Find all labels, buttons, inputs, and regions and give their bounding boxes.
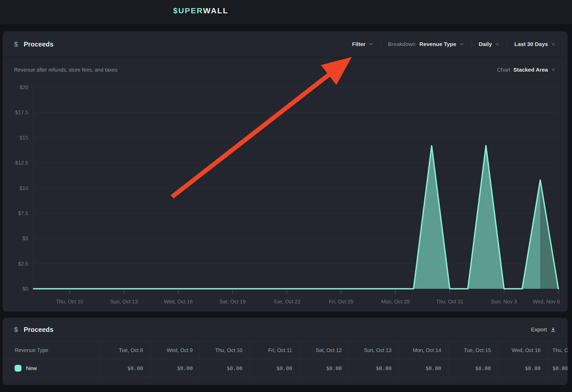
dollar-icon: $: [14, 40, 18, 48]
chart-controls: Filter Breakdown Revenue Type Daily Last…: [352, 40, 556, 49]
column-header-date: Sat, Oct 12: [299, 342, 349, 359]
divider: [507, 40, 507, 49]
export-button[interactable]: Export: [531, 326, 556, 333]
value-cell: $0.00: [249, 359, 299, 377]
svg-text:Fri, Oct 25: Fri, Oct 25: [329, 299, 353, 304]
interval-select[interactable]: Daily: [479, 41, 500, 47]
column-header-revenue-type: Revenue Type: [3, 342, 100, 359]
breakdown-label: Breakdown: [388, 41, 415, 47]
svg-text:Thu, Oct 10: Thu, Oct 10: [56, 299, 83, 304]
column-header-date: Thu, Oct 10: [200, 342, 249, 359]
value-cell: $0.00: [100, 359, 150, 377]
chart-type-value: Stacked Area: [513, 67, 548, 73]
chevron-down-icon: [459, 42, 464, 47]
export-label: Export: [531, 326, 547, 333]
chart-type-select[interactable]: Chart Stacked Area: [497, 67, 556, 73]
table-title: Proceeds: [24, 326, 53, 333]
chart-subtitle: Revenue after refunds, store fees, and t…: [14, 67, 117, 73]
table-row: New $0.00 $0.00 $0.00 $0.00 $0.00 $0.00 …: [3, 359, 568, 377]
chart-axis: Thu, Oct 10Sun, Oct 13Wed, Oct 16Sat, Oc…: [56, 290, 560, 304]
chart-card-header: $ Proceeds Filter Breakdown Revenue Type…: [3, 31, 568, 57]
svg-text:$2.5: $2.5: [18, 261, 28, 267]
svg-text:Wed, Nov 6: Wed, Nov 6: [533, 299, 560, 304]
svg-text:$12.5: $12.5: [15, 160, 28, 166]
proceeds-table[interactable]: Revenue Type Tue, Oct 8 Wed, Oct 9 Thu, …: [3, 341, 568, 377]
svg-text:$5: $5: [22, 235, 28, 241]
chevron-down-icon: [495, 42, 500, 47]
dollar-icon: $: [14, 326, 18, 334]
column-header-date: Wed, Oct 16: [498, 342, 547, 359]
svg-text:Sun, Nov 3: Sun, Nov 3: [491, 299, 517, 304]
value-cell: $0.00: [150, 359, 200, 377]
app-logo[interactable]: $UPERWALL: [173, 7, 228, 15]
chevron-down-icon: [551, 67, 556, 72]
date-range-value: Last 30 Days: [514, 41, 548, 47]
svg-text:$17.5: $17.5: [15, 109, 28, 115]
chart-type-label: Chart: [497, 67, 510, 73]
proceeds-table-card: $ Proceeds Export Revenue Type Tue, Oct …: [3, 318, 568, 385]
table-card-header: $ Proceeds Export: [3, 318, 568, 341]
value-cell: $0.00: [349, 359, 398, 377]
breakdown-value: Revenue Type: [420, 41, 456, 47]
row-label: New: [26, 365, 37, 371]
filter-button[interactable]: Filter: [352, 41, 373, 47]
svg-text:$20: $20: [20, 84, 28, 90]
legend-swatch-new: [15, 365, 21, 372]
page-title: Proceeds: [24, 41, 53, 48]
date-range-select[interactable]: Last 30 Days: [514, 41, 556, 47]
svg-text:$10: $10: [20, 185, 28, 191]
interval-value: Daily: [479, 41, 492, 47]
value-cell: $0.00: [448, 359, 498, 377]
app-logo-rest: WALL: [203, 6, 229, 15]
chevron-down-icon: [551, 42, 556, 47]
value-cell-clipped: $0.00: [547, 359, 568, 377]
value-cell: $0.00: [498, 359, 547, 377]
value-cell: $0.00: [200, 359, 249, 377]
column-header-date: Mon, Oct 14: [398, 342, 448, 359]
breakdown-select[interactable]: Breakdown Revenue Type: [388, 41, 464, 47]
column-header-date: Fri, Oct 11: [249, 342, 299, 359]
column-header-date: Tue, Oct 15: [448, 342, 498, 359]
row-label-cell: New: [3, 359, 100, 377]
svg-text:$15: $15: [20, 135, 28, 141]
svg-text:Sat, Oct 19: Sat, Oct 19: [219, 299, 246, 304]
svg-text:$7.5: $7.5: [18, 210, 28, 216]
svg-text:Tue, Oct 22: Tue, Oct 22: [273, 299, 301, 304]
stacked-area-chart[interactable]: $0$2.5$5$7.5$10$12.5$15$17.5$20 Thu, Oct…: [3, 82, 568, 307]
download-icon: [550, 327, 556, 332]
column-header-date-clipped: Thu, Oct 17: [547, 342, 568, 359]
divider: [381, 40, 381, 49]
divider: [471, 40, 472, 49]
svg-text:Wed, Oct 16: Wed, Oct 16: [164, 299, 193, 304]
app-logo-accent: $UPER: [173, 6, 203, 15]
chevron-down-icon: [368, 42, 373, 47]
svg-text:$0: $0: [22, 286, 28, 292]
value-cell: $0.00: [299, 359, 349, 377]
chart-area-series-new: [33, 146, 558, 289]
top-bar: $UPERWALL: [0, 0, 572, 24]
column-header-date: Sun, Oct 13: [349, 342, 398, 359]
svg-text:Thu, Oct 31: Thu, Oct 31: [436, 299, 463, 304]
value-cell: $0.00: [398, 359, 448, 377]
table-header-row: Revenue Type Tue, Oct 8 Wed, Oct 9 Thu, …: [3, 341, 568, 359]
svg-text:Sun, Oct 13: Sun, Oct 13: [110, 299, 138, 304]
chart-subheader: Revenue after refunds, store fees, and t…: [3, 64, 568, 76]
column-header-date: Tue, Oct 8: [100, 342, 150, 359]
column-header-date: Wed, Oct 9: [150, 342, 200, 359]
proceeds-chart-card: $ Proceeds Filter Breakdown Revenue Type…: [3, 31, 568, 312]
svg-text:Mon, Oct 28: Mon, Oct 28: [381, 299, 410, 304]
filter-label: Filter: [352, 41, 365, 47]
